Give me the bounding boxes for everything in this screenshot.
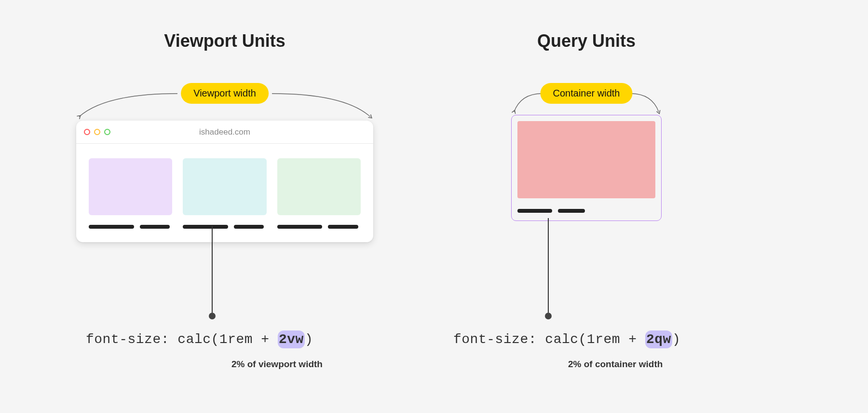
minimize-icon: [94, 129, 100, 135]
traffic-light-dots: [84, 129, 110, 135]
card-3: [277, 158, 361, 229]
pill-viewport-width: Viewport width: [181, 83, 269, 104]
pointer-dot-icon: [209, 313, 216, 319]
text-placeholder: [558, 209, 585, 213]
container-thumb: [517, 121, 655, 198]
pill-container-width: Container width: [541, 83, 633, 104]
code-container: font-size: calc(1rem + 2qw): [453, 332, 680, 347]
pointer-line-left: [212, 226, 213, 313]
heading-viewport-units: Viewport Units: [164, 31, 285, 51]
text-placeholder: [277, 225, 323, 229]
text-placeholder: [140, 225, 170, 229]
browser-url: ishadeed.com: [199, 127, 250, 137]
code-highlight-vw: 2vw: [278, 330, 305, 348]
caption-container: 2% of container width: [568, 359, 663, 370]
browser-titlebar: ishadeed.com: [76, 121, 373, 144]
text-placeholder: [89, 225, 134, 229]
pointer-line-right: [548, 218, 549, 313]
text-placeholder: [183, 225, 228, 229]
zoom-icon: [104, 129, 110, 135]
text-placeholder: [234, 225, 264, 229]
browser-window: ishadeed.com: [76, 121, 373, 242]
card-thumb: [89, 158, 172, 215]
code-suffix: ): [305, 332, 313, 347]
card-label-row: [183, 225, 266, 229]
container-box: [511, 115, 662, 221]
card-thumb: [183, 158, 266, 215]
heading-query-units: Query Units: [537, 31, 636, 51]
container-label-row: [517, 209, 655, 213]
text-placeholder: [517, 209, 552, 213]
pointer-dot-icon: [545, 313, 552, 319]
card-row: [76, 144, 373, 242]
code-prefix: font-size: calc(1rem +: [453, 332, 645, 347]
close-icon: [84, 129, 90, 135]
card-1: [89, 158, 172, 229]
code-viewport: font-size: calc(1rem + 2vw): [86, 332, 313, 347]
caption-viewport: 2% of viewport width: [231, 359, 323, 370]
text-placeholder: [328, 225, 358, 229]
card-thumb: [277, 158, 361, 215]
code-suffix: ): [672, 332, 680, 347]
card-label-row: [89, 225, 172, 229]
code-prefix: font-size: calc(1rem +: [86, 332, 278, 347]
card-label-row: [277, 225, 361, 229]
code-highlight-qw: 2qw: [645, 330, 672, 348]
card-2: [183, 158, 266, 229]
